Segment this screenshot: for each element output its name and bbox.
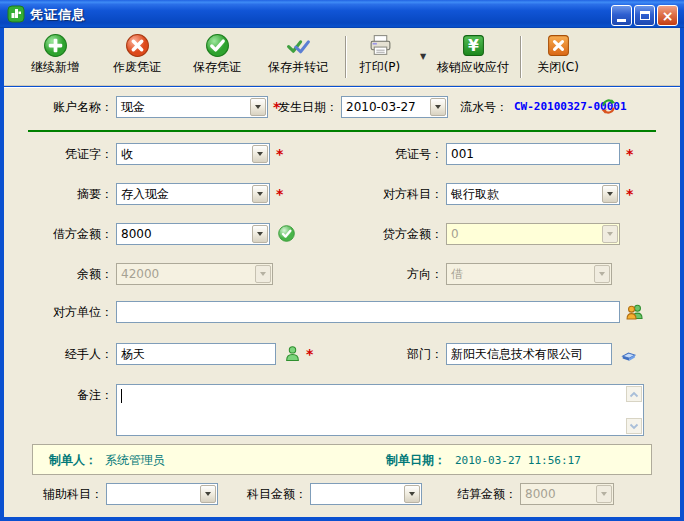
chevron-down-icon <box>200 485 216 503</box>
credit-amount-label: 贷方金额： <box>353 223 443 245</box>
chevron-up-icon <box>629 391 639 398</box>
save-voucher-button[interactable]: 保存凭证 <box>180 33 254 81</box>
maximize-icon <box>640 11 650 20</box>
chevron-down-icon <box>404 485 420 503</box>
direction-label: 方向： <box>353 263 443 285</box>
close-icon: × <box>662 9 674 23</box>
save-and-post-button[interactable]: 保存并转记 <box>256 33 340 81</box>
counter-subject-label: 对方科目： <box>353 183 443 205</box>
occur-date-label: 发生日期： <box>248 96 338 118</box>
book-icon[interactable] <box>620 345 637 362</box>
settle-amount-label: 结算金额： <box>427 483 517 505</box>
toolbar: 继续新增 作废凭证 保存凭证 保存并转记 <box>4 28 680 86</box>
required-mark: * <box>306 343 313 365</box>
cancel-circle-icon <box>125 33 150 58</box>
scroll-down-button[interactable] <box>626 418 642 434</box>
chevron-down-icon <box>252 145 268 163</box>
close-square-icon <box>546 33 571 58</box>
print-button[interactable]: 打印(P) <box>350 33 410 81</box>
balance-select: 42000 <box>116 263 273 285</box>
credit-amount-select: 0 <box>446 223 620 245</box>
maximize-button[interactable] <box>634 5 655 26</box>
voucher-info-window: 凭证信息 × 继续新增 作废凭证 <box>0 0 684 521</box>
debit-amount-label: 借方金额： <box>23 223 113 245</box>
summary-select[interactable]: 存入现金 <box>116 183 270 205</box>
create-date-value: 2010-03-27 11:56:17 <box>455 454 581 467</box>
voucher-no-input[interactable] <box>446 143 620 165</box>
chevron-down-icon <box>594 265 610 283</box>
memo-textarea[interactable] <box>116 384 644 436</box>
printer-icon <box>368 33 393 58</box>
required-mark: * <box>276 143 283 165</box>
green-divider <box>28 130 656 132</box>
aux-subject-label: 辅助科目： <box>13 483 103 505</box>
counter-unit-label: 对方单位： <box>23 301 113 323</box>
summary-label: 摘要： <box>23 183 113 205</box>
minimize-button[interactable] <box>611 5 632 26</box>
add-circle-icon <box>43 33 68 58</box>
refresh-icon[interactable] <box>600 98 617 115</box>
valid-check-icon <box>278 225 295 242</box>
chevron-down-icon <box>629 423 639 430</box>
balance-label: 余额： <box>23 263 113 285</box>
close-button[interactable]: × <box>657 5 678 26</box>
minimize-icon <box>617 19 626 22</box>
text-caret <box>121 389 122 403</box>
account-name-label: 账户名称： <box>23 96 113 118</box>
chevron-down-icon <box>255 265 271 283</box>
counter-unit-input[interactable] <box>116 301 620 323</box>
check-circle-icon <box>205 33 230 58</box>
print-dropdown-arrow[interactable]: ▼ <box>420 52 426 61</box>
chevron-down-icon <box>252 185 268 203</box>
chevron-down-icon <box>602 185 618 203</box>
voucher-form: 账户名称： 现金 * 发生日期： 2010-03-27 流水号： CW-2010… <box>4 87 680 517</box>
voucher-word-select[interactable]: 收 <box>116 143 270 165</box>
aux-subject-select[interactable] <box>106 483 218 505</box>
creation-info-bar: 制单人： 系统管理员 制单日期： 2010-03-27 11:56:17 <box>32 444 652 475</box>
required-mark: * <box>626 143 633 165</box>
department-label: 部门： <box>353 343 443 365</box>
toolbar-separator <box>520 36 521 78</box>
creator-label: 制单人： <box>49 452 97 469</box>
toolbar-separator <box>345 36 346 78</box>
subject-amount-label: 科目金额： <box>217 483 307 505</box>
direction-select: 借 <box>446 263 612 285</box>
subject-amount-select[interactable] <box>310 483 422 505</box>
continue-add-button[interactable]: 继续新增 <box>18 33 92 81</box>
required-mark: * <box>626 183 633 205</box>
app-icon <box>7 5 25 23</box>
voucher-word-label: 凭证字： <box>23 143 113 165</box>
double-check-icon <box>286 33 311 58</box>
handler-label: 经手人： <box>23 343 113 365</box>
department-input[interactable] <box>446 343 612 365</box>
serial-no-label: 流水号： <box>418 96 508 118</box>
void-voucher-button[interactable]: 作废凭证 <box>100 33 174 81</box>
counter-subject-select[interactable]: 银行取款 <box>446 183 620 205</box>
chevron-down-icon <box>596 485 612 503</box>
writeoff-button[interactable]: ¥ 核销应收应付 <box>430 33 516 81</box>
voucher-no-label: 凭证号： <box>353 143 443 165</box>
handler-input[interactable] <box>116 343 276 365</box>
yen-square-icon: ¥ <box>461 33 486 58</box>
required-mark: * <box>276 183 283 205</box>
person-icon[interactable] <box>284 345 301 362</box>
memo-label: 备注： <box>23 384 113 406</box>
creator-value: 系统管理员 <box>105 452 165 469</box>
chevron-down-icon <box>252 225 268 243</box>
svg-text:¥: ¥ <box>468 37 479 55</box>
scroll-up-button[interactable] <box>626 386 642 402</box>
settle-amount-select: 8000 <box>520 483 614 505</box>
close-window-button[interactable]: 关闭(C) <box>528 33 588 81</box>
account-name-select[interactable]: 现金 <box>116 96 268 118</box>
chevron-down-icon <box>602 225 618 243</box>
debit-amount-select[interactable]: 8000 <box>116 223 270 245</box>
create-date-label: 制单日期： <box>386 452 446 469</box>
users-icon[interactable] <box>626 303 643 320</box>
title-bar[interactable]: 凭证信息 × <box>0 0 684 28</box>
window-title: 凭证信息 <box>30 6 86 24</box>
